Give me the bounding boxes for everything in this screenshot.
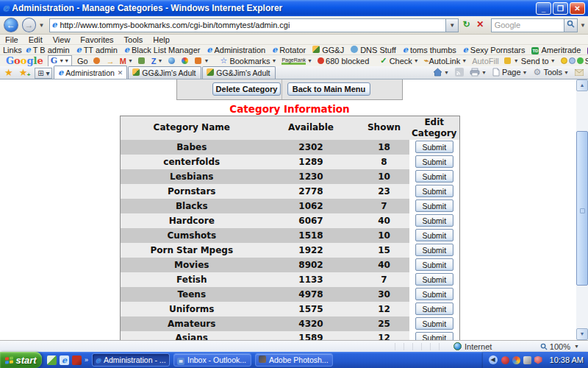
pagerank-indicator[interactable]: PageRank▼ [282, 57, 312, 65]
link-item-tt-admin[interactable]: eTT admin [76, 45, 118, 54]
submit-button[interactable]: Submit [415, 170, 453, 183]
vertical-scrollbar[interactable]: ▲ ▼ [576, 79, 588, 340]
show-desktop-icon[interactable] [47, 355, 57, 365]
taskbar-button-2[interactable]: ✉Inbox - Outlook... [173, 353, 251, 367]
bookmarks-button[interactable]: ☆ Bookmarks▼ [220, 56, 276, 66]
page-menu-button[interactable]: Page▼ [492, 68, 528, 77]
close-button[interactable]: ✕ [570, 2, 585, 15]
tab-close-icon[interactable]: ✕ [118, 69, 123, 77]
link-item-black-list-manager[interactable]: eBlack List Manager [124, 45, 201, 54]
menu-item-file[interactable]: File [0, 35, 24, 44]
google-search-dropdown-icon[interactable]: ▼ [59, 58, 64, 63]
menu-item-favorites[interactable]: Favorites [75, 35, 118, 44]
zoom-control[interactable]: 100% ▼ [540, 342, 579, 351]
google-arrow-icon[interactable]: → [107, 57, 115, 66]
link-item-administration[interactable]: eAdministration [207, 45, 265, 54]
table-header-row: Category NameAvailableShownEdit Category [121, 116, 460, 140]
popup-blocker-button[interactable]: 680 blocked [318, 57, 369, 66]
tab-3[interactable]: GG&Jim's Adult Webm... [202, 66, 276, 79]
google-site-icon[interactable] [93, 57, 101, 64]
link-item-rotator[interactable]: eRotator [272, 45, 306, 54]
gmail-button[interactable]: M▼ [120, 57, 133, 66]
scrollbar-thumb[interactable] [576, 131, 588, 286]
menu-item-edit[interactable]: Edit [24, 35, 48, 44]
autolink-button[interactable]: ⌁AutoLink▼ [424, 56, 467, 66]
quicklaunch-app-icon[interactable] [72, 355, 82, 365]
menu-item-view[interactable]: View [48, 35, 76, 44]
tools-menu-button[interactable]: ⚙ Tools▼ [534, 67, 569, 77]
link-item-sexy-pornstars[interactable]: eSexy Pornstars [463, 45, 526, 54]
submit-button[interactable]: Submit [415, 229, 453, 241]
delete-category-button[interactable]: Delete Category [212, 82, 281, 96]
quick-tabs-icon[interactable]: ⊞ ▾ [35, 68, 52, 79]
sendto-button[interactable]: ▼ Send to▼ [504, 57, 556, 66]
google-chrome-icon[interactable] [182, 57, 190, 64]
table-row: Fetish11337Submit [121, 272, 460, 287]
address-input[interactable]: e http://www.tommys-bookmarks.com/cgi-bi… [49, 18, 446, 32]
email-icon[interactable] [575, 69, 584, 76]
highlighter-icon[interactable] [561, 57, 577, 64]
cell-shown: 10 [359, 228, 409, 243]
tray-icon[interactable] [501, 356, 509, 364]
cell-available: 6067 [263, 213, 359, 228]
print-icon[interactable]: ▼ [470, 68, 487, 77]
stop-icon[interactable]: ✕ [474, 18, 487, 32]
search-magnifier-icon[interactable] [564, 18, 578, 32]
add-favorite-icon[interactable]: ★+ [19, 67, 28, 78]
forward-button[interactable]: → [22, 18, 37, 32]
favorites-center-icon[interactable]: ★ [4, 67, 13, 78]
google-go-button[interactable]: Go [77, 57, 88, 66]
google-apps-icon[interactable]: ▼ [195, 57, 209, 64]
submit-button[interactable]: Submit [415, 244, 453, 256]
scroll-down-icon[interactable]: ▼ [576, 328, 588, 340]
submit-button[interactable]: Submit [415, 185, 453, 197]
submit-button[interactable]: Submit [415, 273, 453, 286]
submit-button[interactable]: Submit [415, 302, 453, 315]
link-item-ameritrade[interactable]: TDAmeritrade [531, 45, 581, 54]
ie-quicklaunch-icon[interactable]: e [60, 355, 69, 365]
tray-icon[interactable] [512, 356, 520, 364]
start-button[interactable]: start [0, 352, 42, 368]
tray-icon[interactable] [523, 356, 531, 364]
search-options-dropdown-icon[interactable]: ▼ [578, 22, 588, 29]
link-item-toms-thumbs[interactable]: etoms thumbs [403, 45, 456, 54]
tab-2[interactable]: GG&Jim's Adult Webm... [128, 66, 201, 79]
tray-collapse-icon[interactable]: ◀ [489, 355, 498, 364]
rss-feed-icon[interactable] [455, 68, 464, 77]
google-settings-button[interactable]: Settings▼ [577, 57, 588, 66]
submit-button[interactable]: Submit [415, 214, 453, 227]
google-z-icon[interactable]: Z▼ [151, 57, 163, 66]
home-icon[interactable]: ▼ [433, 68, 449, 77]
maximize-button[interactable]: ❐ [553, 2, 568, 15]
submit-button[interactable]: Submit [415, 317, 453, 330]
submit-button[interactable]: Submit [415, 288, 453, 300]
link-item-dns-stuff[interactable]: DNS Stuff [351, 46, 396, 54]
link-item-t-b-admin[interactable]: eT B admin [26, 45, 70, 54]
submit-button[interactable]: Submit [415, 258, 453, 271]
submit-button[interactable]: Submit [415, 155, 453, 168]
taskbar-button-1[interactable]: eAdministration - ... [92, 353, 170, 367]
search-input[interactable]: Google [491, 18, 565, 32]
back-to-main-menu-button[interactable]: Back to Main Menu [287, 82, 370, 96]
menu-item-help[interactable]: Help [148, 35, 175, 44]
spellcheck-button[interactable]: ✓ Check▼ [380, 56, 418, 66]
tab-1[interactable]: eAdministration - Ma...✕ [54, 66, 127, 79]
google-earth-icon[interactable] [168, 57, 176, 64]
history-dropdown-icon[interactable]: ▼ [36, 22, 46, 29]
menu-item-tools[interactable]: Tools [119, 35, 148, 44]
back-button[interactable]: ← [4, 18, 18, 32]
minimize-button[interactable]: _ [536, 2, 551, 15]
google-search-input[interactable]: G ▼ ▼ [48, 55, 72, 67]
scroll-up-icon[interactable]: ▲ [576, 79, 588, 91]
submit-button[interactable]: Submit [415, 332, 453, 340]
submit-button[interactable]: Submit [415, 199, 453, 212]
google-field-dropdown-icon[interactable]: ▼ [64, 58, 69, 63]
google-lock-icon[interactable] [138, 57, 146, 64]
tray-shield-icon[interactable] [534, 356, 542, 364]
taskbar-button-3[interactable]: Adobe Photosh... [255, 353, 333, 367]
autofill-button[interactable]: AutoFill [472, 57, 499, 66]
submit-button[interactable]: Submit [415, 141, 453, 153]
refresh-icon[interactable]: ↻ [460, 18, 473, 32]
address-dropdown-icon[interactable]: ▼ [446, 18, 459, 32]
link-item-gg-j[interactable]: GG&J [312, 46, 344, 54]
